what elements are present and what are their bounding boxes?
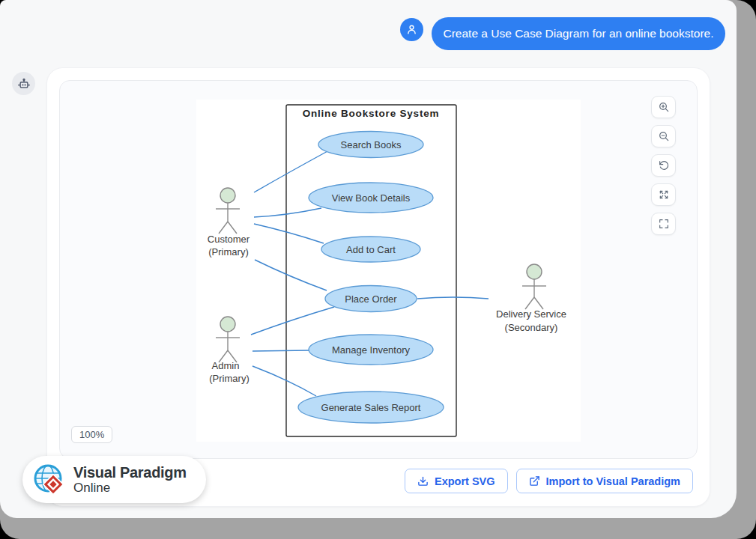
use-case-label: Generate Sales Report [321, 402, 421, 413]
actor-admin-role: (Primary) [209, 373, 249, 384]
logo-line1: Visual Paradigm [73, 465, 187, 481]
zoom-out-button[interactable] [651, 125, 676, 147]
visual-paradigm-logo[interactable]: Visual Paradigm Online [22, 456, 206, 503]
chat-user-message: Create a Use Case Diagram for an online … [432, 17, 725, 50]
logo-text: Visual Paradigm Online [73, 465, 187, 495]
zoom-in-icon [658, 101, 670, 113]
result-card: Online Bookstore System [46, 67, 710, 507]
actor-admin [216, 317, 240, 362]
robot-icon [17, 77, 31, 91]
zoom-in-button[interactable] [651, 96, 676, 118]
export-svg-button[interactable]: Export SVG [405, 469, 508, 493]
logo-line2: Online [73, 481, 187, 495]
import-to-visual-paradigm-button[interactable]: Import to Visual Paradigm [516, 469, 693, 493]
actor-delivery-name: Delivery Service [496, 308, 566, 320]
actor-customer [216, 188, 240, 234]
zoom-controls [651, 96, 676, 235]
assistant-avatar [12, 72, 35, 95]
use-case-label: Place Order [345, 293, 397, 305]
app-window: Create a Use Case Diagram for an online … [0, 0, 737, 518]
zoom-out-icon [658, 130, 670, 142]
fullscreen-corners-icon [658, 218, 670, 230]
actor-customer-name: Customer [208, 234, 250, 245]
actor-customer-role: (Primary) [208, 246, 248, 258]
use-case-label: Manage Inventory [332, 344, 411, 356]
download-icon [417, 475, 429, 487]
reset-rotate-ccw-icon [658, 159, 670, 171]
user-avatar [400, 18, 423, 41]
diagram-canvas[interactable]: Online Bookstore System [59, 80, 698, 459]
window-frame: Create a Use Case Diagram for an online … [0, 0, 756, 539]
export-svg-label: Export SVG [435, 475, 495, 487]
visual-paradigm-globe-icon [31, 462, 67, 498]
external-link-icon [529, 475, 540, 487]
use-case-label: Search Books [341, 139, 402, 150]
card-footer: Export SVG Import to Visual Paradigm [405, 469, 693, 493]
use-case-diagram: Online Bookstore System [196, 100, 581, 442]
actor-delivery-role: (Secondary) [505, 322, 558, 333]
assoc-admin-manage-inventory [252, 350, 309, 351]
use-case-label: View Book Details [332, 192, 411, 204]
system-boundary-title: Online Bookstore System [303, 108, 440, 119]
reset-view-button[interactable] [651, 154, 676, 177]
use-case-label: Add to Cart [346, 244, 396, 255]
import-to-vp-label: Import to Visual Paradigm [546, 475, 680, 487]
expand-arrows-icon [658, 189, 670, 201]
zoom-level-badge: 100% [71, 426, 112, 443]
fit-to-screen-button[interactable] [651, 183, 676, 206]
user-icon [405, 23, 418, 36]
actor-admin-name: Admin [212, 360, 240, 371]
fullscreen-button[interactable] [651, 213, 676, 235]
actor-delivery-service [522, 264, 546, 309]
